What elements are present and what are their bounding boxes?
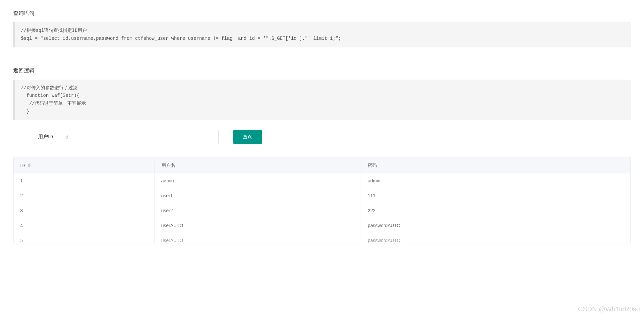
column-header-id-label: ID bbox=[20, 163, 25, 168]
cell-password: passwordAUTO bbox=[361, 233, 631, 243]
table-row: 1 admin admin bbox=[14, 173, 631, 188]
cell-id: 3 bbox=[14, 203, 155, 218]
column-header-username[interactable]: 用户名 bbox=[154, 158, 361, 173]
cell-id: 5 bbox=[14, 233, 155, 243]
cell-id: 2 bbox=[14, 188, 155, 203]
cell-id: 1 bbox=[14, 173, 155, 188]
table-row: 3 user2 222 bbox=[14, 203, 631, 218]
results-table: ID 用户名 密码 1 admin admin 2 user1 111 3 us bbox=[13, 158, 631, 243]
sort-icon[interactable] bbox=[28, 163, 31, 167]
cell-password: 111 bbox=[361, 188, 631, 203]
cell-username: userAUTO bbox=[154, 218, 361, 233]
code-block-logic: //对传入的参数进行了过滤 function waf($str){ //代码过于… bbox=[13, 80, 631, 120]
column-header-id[interactable]: ID bbox=[14, 158, 155, 173]
query-form: 用户ID 查询 bbox=[33, 130, 631, 144]
cell-id: 4 bbox=[14, 218, 155, 233]
cell-password: admin bbox=[361, 173, 631, 188]
cell-username: user2 bbox=[154, 203, 361, 218]
column-header-password[interactable]: 密码 bbox=[361, 158, 631, 173]
user-id-label: 用户ID bbox=[33, 134, 53, 140]
section-title-logic: 返回逻辑 bbox=[13, 67, 631, 74]
cell-password: 222 bbox=[361, 203, 631, 218]
code-block-query: //拼接sql语句查找指定ID用户 $sql = "select id,user… bbox=[13, 22, 631, 47]
cell-username: user1 bbox=[154, 188, 361, 203]
svg-marker-0 bbox=[28, 163, 31, 165]
query-button[interactable]: 查询 bbox=[233, 130, 262, 144]
section-title-query: 查询语句 bbox=[13, 10, 631, 17]
cell-username: admin bbox=[154, 173, 361, 188]
user-id-input[interactable] bbox=[60, 130, 219, 144]
svg-marker-1 bbox=[28, 165, 31, 167]
table-row: 5 userAUTO passwordAUTO bbox=[14, 233, 631, 243]
cell-password: passwordAUTO bbox=[361, 218, 631, 233]
table-header-row: ID 用户名 密码 bbox=[14, 158, 631, 173]
table-row: 2 user1 111 bbox=[14, 188, 631, 203]
cell-username: userAUTO bbox=[154, 233, 361, 243]
table-row: 4 userAUTO passwordAUTO bbox=[14, 218, 631, 233]
